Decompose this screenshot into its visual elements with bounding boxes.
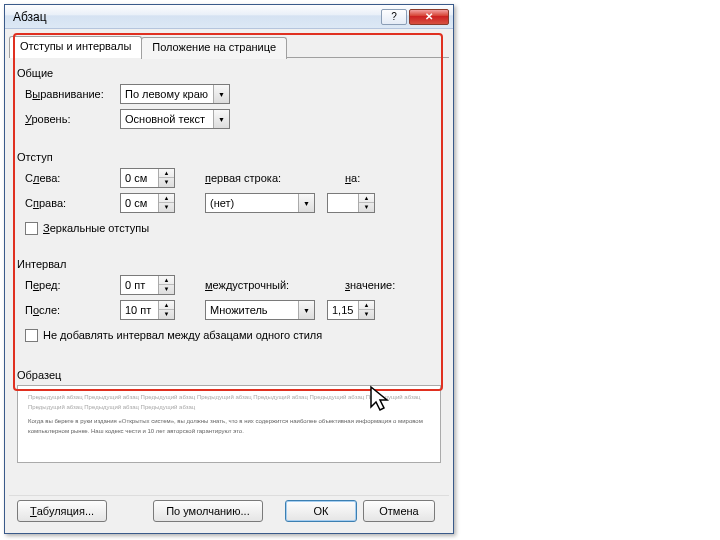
at-label: значение:: [345, 279, 407, 291]
before-spinner[interactable]: 0 пт ▲▼: [120, 275, 175, 295]
cancel-button[interactable]: Отмена: [363, 500, 435, 522]
linespacing-combo[interactable]: Множитель ▼: [205, 300, 315, 320]
spinner-buttons[interactable]: ▲▼: [358, 194, 374, 212]
indent-right-label: Справа:: [25, 197, 120, 209]
button-row: Табуляция... По умолчанию... ОК Отмена: [9, 495, 449, 525]
firstline-combo[interactable]: (нет) ▼: [205, 193, 315, 213]
tab-indents[interactable]: Отступы и интервалы: [9, 36, 142, 58]
firstline-label: первая строка:: [205, 172, 315, 184]
section-spacing: Интервал: [17, 258, 441, 270]
spinner-buttons[interactable]: ▲▼: [158, 276, 174, 294]
ok-button[interactable]: ОК: [285, 500, 357, 522]
paragraph-dialog: Абзац ? ✕ Отступы и интервалы Положение …: [4, 4, 454, 534]
titlebar: Абзац ? ✕: [5, 5, 453, 29]
before-label: Перед:: [25, 279, 120, 291]
dialog-body: Отступы и интервалы Положение на страниц…: [9, 31, 449, 529]
level-combo[interactable]: Основной текст ▼: [120, 109, 230, 129]
chevron-down-icon[interactable]: ▼: [213, 110, 229, 128]
chevron-down-icon[interactable]: ▼: [298, 194, 314, 212]
spinner-buttons[interactable]: ▲▼: [158, 194, 174, 212]
chevron-down-icon[interactable]: ▼: [298, 301, 314, 319]
at-spinner[interactable]: 1,15 ▲▼: [327, 300, 375, 320]
level-label: Уровень:: [25, 113, 120, 125]
alignment-label: Выравнивание:: [25, 88, 120, 100]
tab-position[interactable]: Положение на странице: [141, 37, 287, 59]
spinner-buttons[interactable]: ▲▼: [358, 301, 374, 319]
spinner-buttons[interactable]: ▲▼: [158, 301, 174, 319]
window-title: Абзац: [13, 10, 379, 24]
indent-left-spinner[interactable]: 0 см ▲▼: [120, 168, 175, 188]
linespacing-label: междустрочный:: [205, 279, 315, 291]
after-spinner[interactable]: 10 пт ▲▼: [120, 300, 175, 320]
preview-box: Предыдущий абзац Предыдущий абзац Предыд…: [17, 385, 441, 463]
tab-content: Общие Выравнивание: По левому краю ▼ Уро…: [17, 61, 441, 489]
indent-by-label: на:: [345, 172, 407, 184]
alignment-combo[interactable]: По левому краю ▼: [120, 84, 230, 104]
close-button[interactable]: ✕: [409, 9, 449, 25]
section-indent: Отступ: [17, 151, 441, 163]
default-button[interactable]: По умолчанию...: [153, 500, 263, 522]
indent-left-label: Слева:: [25, 172, 120, 184]
mirror-indents-label: Зеркальные отступы: [43, 222, 149, 234]
section-general: Общие: [17, 67, 441, 79]
chevron-down-icon[interactable]: ▼: [213, 85, 229, 103]
after-label: После:: [25, 304, 120, 316]
spinner-buttons[interactable]: ▲▼: [158, 169, 174, 187]
tabs-button[interactable]: Табуляция...: [17, 500, 107, 522]
indent-by-spinner[interactable]: ▲▼: [327, 193, 375, 213]
tabstrip: Отступы и интервалы Положение на страниц…: [9, 35, 449, 57]
nospace-checkbox[interactable]: [25, 329, 38, 342]
nospace-label: Не добавлять интервал между абзацами одн…: [43, 329, 322, 341]
mirror-indents-checkbox[interactable]: [25, 222, 38, 235]
section-preview: Образец: [17, 369, 441, 381]
help-button[interactable]: ?: [381, 9, 407, 25]
indent-right-spinner[interactable]: 0 см ▲▼: [120, 193, 175, 213]
